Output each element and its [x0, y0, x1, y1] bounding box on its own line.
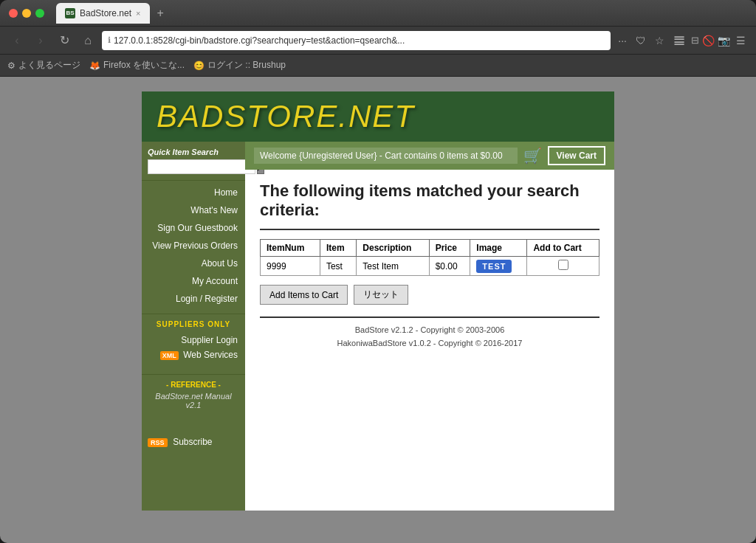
- search-results: The following items matched your search …: [245, 170, 614, 362]
- tab-close-icon[interactable]: ×: [136, 9, 140, 18]
- site-content: Quick Item Search ▶ Home What's New Sign…: [142, 142, 614, 511]
- view-cart-button[interactable]: View Cart: [548, 146, 605, 165]
- subscribe-section: RSS Subscribe: [142, 430, 245, 453]
- col-price: Price: [429, 240, 470, 257]
- url-text: 127.0.0.1:8528/cgi-bin/badstore.cgi?sear…: [114, 35, 605, 46]
- tab-title: BadStore.net: [80, 8, 131, 18]
- rss-badge: RSS: [148, 438, 168, 447]
- results-table: ItemNum Item Description Price Image Add…: [260, 239, 599, 276]
- menu-icon[interactable]: ☰: [733, 32, 749, 49]
- form-buttons: Add Items to Cart リセット: [260, 285, 599, 305]
- close-button[interactable]: [9, 9, 18, 18]
- footer-text: BadStore v2.1.2 - Copyright © 2003-2006 …: [260, 324, 599, 350]
- bookmarks-bar: ⚙ よく見るページ 🦊 Firefox を使いこな... 😊 ログイン :: B…: [0, 55, 756, 77]
- bookmark-firefox[interactable]: 🦊 Firefox を使いこな...: [89, 59, 185, 72]
- reset-button[interactable]: リセット: [354, 285, 408, 305]
- nav-home[interactable]: Home: [142, 184, 245, 201]
- supplier-login-link[interactable]: Supplier Login: [148, 333, 239, 347]
- cart-info: Welcome {Unregistered User} - Cart conta…: [254, 148, 518, 164]
- toolbar-right: ··· 🛡 ☆ 𝌆 ⊟ 🚫 📷 ☰: [615, 32, 749, 49]
- col-add-to-cart: Add to Cart: [527, 240, 599, 257]
- reader-icon[interactable]: 𝌆: [673, 32, 685, 49]
- address-bar[interactable]: ℹ 127.0.0.1:8528/cgi-bin/badstore.cgi?se…: [102, 31, 611, 50]
- bookmark-label: よく見るページ: [18, 59, 80, 72]
- nav-menu: Home What's New Sign Our Guestbook View …: [142, 181, 245, 311]
- xml-badge: XML: [160, 351, 179, 360]
- bookmark-label: Firefox を使いこな...: [103, 59, 185, 72]
- site-wrapper: BADSTORE.NET Quick Item Search ▶ Home: [142, 91, 614, 511]
- back-button[interactable]: ‹: [7, 31, 27, 50]
- refresh-button[interactable]: ↻: [55, 31, 74, 50]
- add-items-button[interactable]: Add Items to Cart: [260, 285, 348, 305]
- quick-search-input-row: ▶: [148, 159, 239, 174]
- maximize-button[interactable]: [35, 9, 44, 18]
- reference-label: - REFERENCE -: [148, 381, 239, 389]
- table-row: 9999 Test Test Item $0.00 TEST: [261, 257, 599, 276]
- bookmark-label: ログイン :: Brushup: [207, 59, 286, 72]
- shield-icon[interactable]: 🛡: [633, 32, 649, 49]
- brushup-icon: 😊: [193, 60, 205, 71]
- settings-icon: ⚙: [7, 60, 16, 71]
- test-image-badge: TEST: [476, 260, 512, 273]
- tab-bar: BS BadStore.net × +: [56, 3, 747, 24]
- forward-button[interactable]: ›: [31, 31, 50, 50]
- col-image: Image: [470, 240, 527, 257]
- nav-whats-new[interactable]: What's New: [142, 201, 245, 219]
- active-tab[interactable]: BS BadStore.net ×: [56, 3, 150, 24]
- title-bar: BS BadStore.net × +: [0, 0, 756, 27]
- manual-link[interactable]: BadStore.net Manual v2.1: [148, 392, 239, 409]
- lock-icon: ℹ: [108, 35, 111, 45]
- nav-previous-orders[interactable]: View Previous Orders: [142, 237, 245, 255]
- blocked-icon: 🚫: [702, 35, 715, 46]
- nav-guestbook[interactable]: Sign Our Guestbook: [142, 219, 245, 237]
- search-title: The following items matched your search …: [260, 181, 599, 220]
- firefox-icon: 🦊: [89, 60, 100, 71]
- sync-icon[interactable]: ⊟: [691, 35, 699, 46]
- traffic-lights: [9, 9, 44, 18]
- site-logo: BADSTORE.NET: [157, 99, 415, 134]
- cart-icon: 🛒: [523, 147, 542, 165]
- quick-search-input[interactable]: [148, 159, 255, 174]
- main-content: Welcome {Unregistered User} - Cart conta…: [245, 142, 614, 511]
- minimize-button[interactable]: [22, 9, 31, 18]
- page-content: BADSTORE.NET Quick Item Search ▶ Home: [0, 77, 756, 543]
- bookmark-settings[interactable]: ⚙ よく見るページ: [7, 59, 80, 72]
- quick-search-label: Quick Item Search: [148, 148, 239, 156]
- subscribe-link[interactable]: Subscribe: [173, 437, 212, 447]
- footer-divider: [260, 317, 599, 318]
- nav-login-register[interactable]: Login / Register: [142, 290, 245, 308]
- suppliers-label: SUPPLIERS ONLY: [148, 320, 239, 328]
- cell-add-to-cart: [527, 257, 599, 276]
- nav-my-account[interactable]: My Account: [142, 272, 245, 290]
- add-to-cart-checkbox[interactable]: [558, 260, 568, 270]
- toolbar: ‹ › ↻ ⌂ ℹ 127.0.0.1:8528/cgi-bin/badstor…: [0, 27, 756, 55]
- new-tab-button[interactable]: +: [153, 7, 168, 20]
- more-icon[interactable]: ···: [615, 32, 630, 49]
- nav-about-us[interactable]: About Us: [142, 255, 245, 272]
- sidebar: Quick Item Search ▶ Home What's New Sign…: [142, 142, 245, 511]
- col-item: Item: [320, 240, 356, 257]
- footer-line1: BadStore v2.1.2 - Copyright © 2003-2006: [260, 324, 599, 337]
- web-services-link[interactable]: XML Web Services: [148, 347, 239, 362]
- cell-item-num: 9999: [261, 257, 320, 276]
- divider-top: [260, 229, 599, 230]
- table-header-row: ItemNum Item Description Price Image Add…: [261, 240, 599, 257]
- cell-description: Test Item: [357, 257, 429, 276]
- tab-favicon: BS: [65, 8, 75, 18]
- camera-icon: 📷: [718, 35, 730, 46]
- home-button[interactable]: ⌂: [78, 31, 97, 50]
- quick-search-section: Quick Item Search ▶: [142, 142, 245, 181]
- bookmark-star-icon[interactable]: ☆: [652, 32, 667, 49]
- col-description: Description: [357, 240, 429, 257]
- col-item-num: ItemNum: [261, 240, 320, 257]
- browser-window: BS BadStore.net × + ‹ › ↻ ⌂ ℹ 127.0.0.1:…: [0, 0, 756, 543]
- suppliers-section: SUPPLIERS ONLY Supplier Login XML Web Se…: [142, 314, 245, 368]
- cell-item: Test: [320, 257, 356, 276]
- footer-line2: HakoniwaBadStore v1.0.2 - Copyright © 20…: [260, 337, 599, 350]
- reference-section: - REFERENCE - BadStore.net Manual v2.1: [142, 374, 245, 415]
- site-header: BADSTORE.NET: [142, 91, 614, 142]
- cell-image: TEST: [470, 257, 527, 276]
- cell-price: $0.00: [429, 257, 470, 276]
- bookmark-brushup[interactable]: 😊 ログイン :: Brushup: [193, 59, 286, 72]
- cart-bar: Welcome {Unregistered User} - Cart conta…: [245, 142, 614, 170]
